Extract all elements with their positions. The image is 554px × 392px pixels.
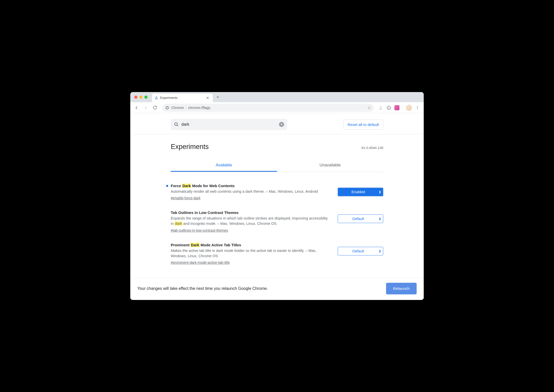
version-label: 81.0.4044.138 bbox=[361, 146, 383, 150]
flag-select-wrap: Default▲▼ bbox=[338, 243, 383, 255]
search-row: ✕ Reset all to default bbox=[171, 116, 383, 133]
flag-title: Tab Outlines in Low Contrast Themes bbox=[171, 210, 330, 215]
bookmark-star-icon[interactable]: ☆ bbox=[367, 105, 371, 110]
reset-button[interactable]: Reset all to default bbox=[343, 120, 383, 129]
address-bar[interactable]: Chrome chrome://flags ☆ bbox=[162, 104, 374, 112]
info-icon[interactable] bbox=[386, 104, 392, 111]
profile-avatar[interactable] bbox=[406, 104, 412, 111]
forward-button[interactable] bbox=[142, 104, 150, 112]
flag-body: Prominent Dark Mode Active Tab TitlesMak… bbox=[171, 243, 330, 265]
flag-row: Prominent Dark Mode Active Tab TitlesMak… bbox=[171, 238, 383, 270]
tab-available[interactable]: Available bbox=[171, 159, 277, 172]
maximize-window-button[interactable] bbox=[144, 96, 147, 99]
browser-tab[interactable]: Experiments ✕ bbox=[152, 94, 213, 102]
modified-dot-icon bbox=[166, 185, 168, 187]
separator bbox=[403, 105, 403, 110]
svg-line-9 bbox=[177, 125, 178, 126]
omnibox-url: chrome://flags bbox=[188, 106, 210, 110]
extension-icon[interactable] bbox=[377, 104, 384, 111]
flag-title: Prominent Dark Mode Active Tab Titles bbox=[171, 243, 330, 247]
flag-state-select[interactable]: Enabled bbox=[338, 188, 383, 196]
chrome-icon bbox=[165, 106, 169, 110]
flag-anchor-link[interactable]: #enable-force-dark bbox=[171, 196, 201, 200]
browser-window: Experiments ✕ + Chrome chrome://flags ☆ bbox=[130, 92, 424, 300]
flag-anchor-link[interactable]: #tab-outlines-in-low-contrast-themes bbox=[171, 228, 228, 232]
back-button[interactable] bbox=[133, 104, 140, 112]
flask-icon bbox=[155, 96, 158, 100]
flag-body: Force Dark Mode for Web ContentsAutomati… bbox=[171, 184, 330, 200]
flag-tabs: Available Unavailable bbox=[171, 159, 383, 172]
flag-body: Tab Outlines in Low Contrast ThemesExpan… bbox=[171, 210, 330, 232]
minimize-window-button[interactable] bbox=[139, 96, 142, 99]
search-input[interactable] bbox=[181, 122, 276, 127]
flag-description: Expands the range of situations in which… bbox=[171, 216, 330, 226]
flag-row: Force Dark Mode for Web ContentsAutomati… bbox=[171, 179, 383, 206]
relaunch-button[interactable]: Relaunch bbox=[386, 283, 417, 294]
close-window-button[interactable] bbox=[134, 96, 137, 99]
svg-point-1 bbox=[166, 107, 168, 108]
flag-state-select[interactable]: Default bbox=[338, 214, 383, 223]
page-content: ✕ Reset all to default Experiments 81.0.… bbox=[130, 113, 424, 300]
flag-select-wrap: Enabled▲▼ bbox=[338, 184, 383, 196]
relaunch-message: Your changes will take effect the next t… bbox=[137, 286, 268, 291]
flag-description: Makes the active tab title in dark mode … bbox=[171, 248, 330, 259]
window-controls bbox=[134, 96, 147, 99]
flag-description: Automatically render all web contents us… bbox=[171, 189, 330, 194]
reload-button[interactable] bbox=[151, 104, 159, 112]
svg-point-5 bbox=[417, 106, 418, 107]
tab-strip: Experiments ✕ + bbox=[130, 92, 424, 102]
relaunch-bar: Your changes will take effect the next t… bbox=[130, 278, 424, 300]
flags-list: Force Dark Mode for Web ContentsAutomati… bbox=[171, 172, 383, 278]
svg-point-7 bbox=[417, 108, 418, 109]
flag-select-wrap: Default▲▼ bbox=[338, 210, 383, 223]
tab-unavailable[interactable]: Unavailable bbox=[277, 159, 383, 172]
flag-state-select[interactable]: Default bbox=[338, 247, 383, 255]
clear-search-button[interactable]: ✕ bbox=[279, 122, 284, 127]
extension-icon-pink[interactable] bbox=[394, 104, 400, 111]
flag-row: Tab Outlines in Low Contrast ThemesExpan… bbox=[171, 206, 383, 238]
menu-button[interactable] bbox=[414, 104, 421, 112]
tab-title: Experiments bbox=[160, 96, 178, 100]
svg-point-8 bbox=[175, 123, 177, 126]
toolbar: Chrome chrome://flags ☆ bbox=[130, 102, 424, 113]
flag-anchor-link[interactable]: #prominent-dark-mode-active-tab-title bbox=[171, 260, 230, 265]
search-icon bbox=[174, 122, 179, 127]
new-tab-button[interactable]: + bbox=[214, 94, 221, 101]
page-title: Experiments bbox=[171, 143, 209, 151]
close-tab-button[interactable]: ✕ bbox=[205, 95, 210, 100]
svg-point-6 bbox=[417, 107, 418, 108]
flag-title: Force Dark Mode for Web Contents bbox=[171, 184, 330, 188]
search-box: ✕ bbox=[171, 119, 287, 130]
omnibox-site-label: Chrome bbox=[171, 106, 186, 110]
